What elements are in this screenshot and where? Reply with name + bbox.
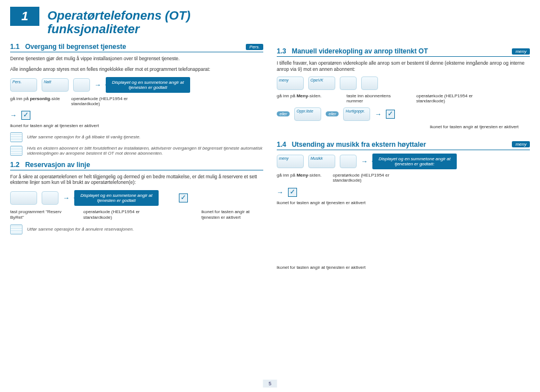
arrow-icon: →	[94, 81, 101, 89]
hurtigoppr-key-icon: Hurtigoppr.	[343, 107, 370, 121]
intro-text: For å sikre at operatørtelefonen er helt…	[10, 174, 263, 186]
step-label: gå inn på personlig-side	[10, 96, 60, 106]
step-label: gå inn på Meny-siden.	[277, 93, 339, 103]
callout-accepted: Displayet og en summetone angir at tjene…	[74, 190, 159, 206]
section-number: 1.3	[277, 47, 286, 55]
or-pill: eller	[326, 111, 339, 116]
note-icon	[10, 132, 22, 142]
page-number: 5	[263, 380, 277, 388]
pers-tag: Pers.	[246, 44, 263, 50]
keypad-icon	[42, 191, 58, 205]
intro-text: I tilfelle fravær, kan operatøren videre…	[277, 60, 530, 72]
step-flow: → Displayet og en summetone angir at tje…	[10, 190, 263, 206]
callout-accepted: Displayet og en summetone angir at tjene…	[106, 77, 190, 93]
pers-key-icon: Pers.	[10, 78, 37, 92]
check-icon	[288, 188, 297, 197]
keypad-icon	[340, 155, 357, 168]
arrow-icon: →	[63, 194, 70, 202]
step-label: taste inn abonnentens nummer	[346, 93, 408, 103]
section-1-2-header: 1.2 Reservasjon av linje	[10, 161, 263, 170]
note-icon	[10, 224, 22, 235]
step-label: tast programmert "Reserv ByRet"	[10, 209, 72, 219]
arrow-icon: →	[375, 110, 381, 118]
arrow-icon: →	[361, 157, 368, 165]
section-title: Utsending av musikk fra ekstern høyttale…	[292, 141, 512, 148]
right-column: 1.3 Manuell viderekopling av anrop tilte…	[277, 7, 530, 273]
note-auto: Hvis en ekstern abonnent er blitt forutd…	[10, 146, 263, 156]
check-icon	[21, 111, 30, 120]
section-number: 1.2	[10, 161, 20, 169]
note-repeat: Utfør samme operasjon for å annulere res…	[10, 224, 263, 235]
section-title: Manuell viderekopling av anrop tiltenkt …	[292, 47, 512, 55]
section-1-1-header: 1.1 Overgang til begrenset tjeneste Pers…	[10, 43, 263, 52]
meny-tag: meny	[512, 48, 530, 55]
step-flow: meny Musikk → Displayet og en summetone …	[277, 154, 530, 169]
section-title: Reservasjon av linje	[25, 161, 263, 169]
step-flow: Pers. Natt → Displayet og en summetone a…	[10, 77, 263, 93]
section-number: 1.4	[277, 141, 286, 148]
activated-caption-r: ikonet for tasten angir at tjenesten er …	[277, 265, 530, 270]
step-flow: meny OpeVK	[277, 76, 530, 90]
musikk-key-icon: Musikk	[308, 155, 335, 168]
callout-accepted: Displayet og en summetone angir at tjene…	[372, 154, 457, 169]
chapter-title: Operatørtelefonens (OT) funksjonaliteter	[47, 7, 263, 36]
opprliste-key-icon: Oppr.liste	[294, 107, 321, 121]
activated-caption: ikonet for tasten angir at tjenesten er …	[277, 200, 530, 205]
natt-key-icon: Natt	[42, 78, 69, 92]
keypad-icon	[361, 76, 378, 90]
meny-key-icon: meny	[277, 76, 304, 90]
arrow-icon: →	[10, 111, 17, 119]
step-label: operatørkode (HELP1954 er standardkode)	[71, 96, 133, 106]
check-icon	[179, 193, 188, 202]
step-label: operatørkode (HELP1954 er standardkode)	[416, 93, 478, 103]
chapter-number: 1	[10, 7, 39, 26]
alt-flow: eller Oppr.liste eller Hurtigoppr. →	[277, 107, 530, 121]
activated-caption: ikonet for tasten angir at tjenesten er …	[277, 124, 519, 129]
or-pill: eller	[277, 111, 290, 116]
section-1-4-header: 1.4 Utsending av musikk fra ekstern høyt…	[277, 141, 530, 150]
section-title: Overgang til begrenset tjeneste	[25, 43, 246, 51]
opevk-key-icon: OpeVK	[308, 76, 335, 90]
meny-key-icon: meny	[277, 155, 304, 168]
note-icon	[10, 146, 22, 156]
meny-tag: meny	[512, 141, 530, 147]
note-repeat: Utfør samme operasjon for å gå tilbake t…	[10, 132, 263, 142]
intro-text: Denne tjenesten gjør det mulig å vippe i…	[10, 56, 263, 62]
step-label: gå inn på Meny-siden.	[277, 173, 322, 183]
keypad-icon	[73, 78, 90, 92]
step-label: operatørkode (HELP1954 er standardkode)	[333, 173, 395, 183]
confirm-flow: →	[10, 111, 263, 120]
activated-caption: ikonet for tasten angir at tjenesten er …	[201, 209, 263, 219]
arrow-icon: →	[277, 188, 284, 196]
left-column: 1 Operatørtelefonens (OT) funksjonalitet…	[10, 7, 263, 273]
confirm-flow: →	[277, 188, 530, 197]
step-label: operatørkode (HELP1954 er standardkode)	[83, 209, 145, 219]
section-number: 1.1	[10, 43, 20, 51]
chapter-header: 1 Operatørtelefonens (OT) funksjonalitet…	[10, 7, 263, 36]
activated-caption: ikonet for tasten angir at tjenesten er …	[10, 123, 263, 128]
intro-text-2: Alle inngående anrop styres mot en felle…	[10, 66, 263, 73]
key-icon	[10, 191, 37, 205]
check-icon	[386, 110, 395, 119]
section-1-3-header: 1.3 Manuell viderekopling av anrop tilte…	[277, 47, 530, 57]
keypad-icon	[340, 76, 357, 90]
